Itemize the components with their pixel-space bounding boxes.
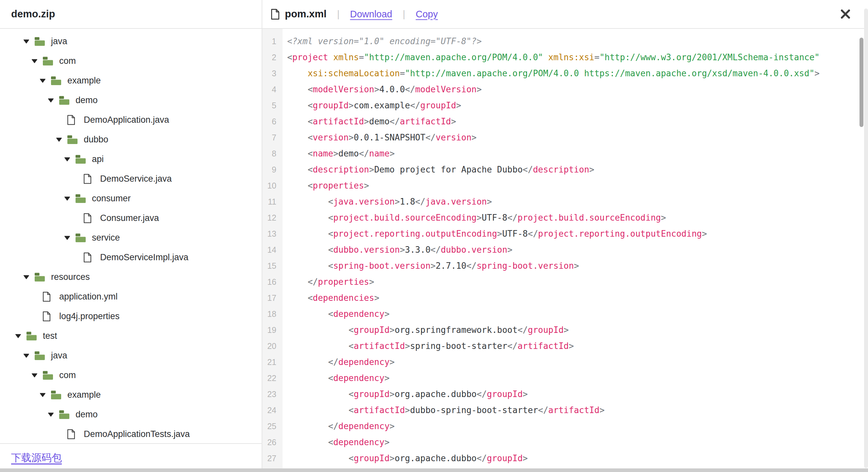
line-number: 15 — [262, 258, 283, 274]
header-divider: | — [403, 8, 405, 20]
line-number-gutter: 1234567891011121314151617181920212223242… — [262, 29, 283, 472]
tree-item-demoapplication-java[interactable]: DemoApplication.java — [0, 110, 261, 129]
folder-icon — [59, 95, 70, 105]
file-icon — [67, 429, 75, 439]
code-line: <groupId>org.apache.dubbo</groupId> — [287, 450, 868, 466]
expand-toggle[interactable] — [31, 373, 42, 377]
tree-item-log4j-properties[interactable]: log4j.properties — [0, 306, 261, 326]
tree-item-java[interactable]: java — [0, 346, 261, 365]
tree-item-consumer[interactable]: consumer — [0, 188, 261, 208]
line-number: 19 — [262, 322, 283, 338]
line-number: 25 — [262, 418, 283, 434]
folder-icon-wrap — [67, 135, 79, 144]
expand-toggle[interactable] — [23, 39, 34, 43]
caret-down-icon — [39, 79, 46, 83]
folder-icon — [26, 331, 37, 341]
code-line: <dependency> — [287, 306, 868, 322]
download-source-link[interactable]: 下载源码包 — [11, 451, 62, 465]
page-vertical-scrollbar[interactable] — [864, 8, 868, 468]
folder-icon-wrap — [51, 76, 62, 85]
tree-item-demoserviceimpl-java[interactable]: DemoServiceImpl.java — [0, 247, 261, 267]
tree-item-com[interactable]: com — [0, 365, 261, 385]
code-line: <dependencies> — [287, 290, 868, 306]
tree-item-consumer-java[interactable]: Consumer.java — [0, 208, 261, 228]
tree-item-com[interactable]: com — [0, 51, 261, 71]
tree-item-api[interactable]: api — [0, 149, 261, 169]
tree-item-example[interactable]: example — [0, 71, 261, 90]
code-line: </dependency> — [287, 418, 868, 434]
expand-toggle[interactable] — [48, 412, 59, 417]
expand-toggle[interactable] — [64, 236, 75, 240]
folder-icon — [51, 390, 61, 400]
line-number: 23 — [262, 386, 283, 402]
line-number: 14 — [262, 242, 283, 258]
tree-item-label: java — [51, 36, 67, 47]
caret-down-icon — [15, 334, 21, 338]
code-line: </properties> — [287, 274, 868, 290]
code-line: xsi:schemaLocation="http://maven.apache.… — [287, 65, 868, 82]
copy-file-link[interactable]: Copy — [416, 9, 438, 20]
tree-item-dubbo[interactable]: dubbo — [0, 129, 261, 149]
line-number: 8 — [262, 146, 283, 162]
tree-item-application-yml[interactable]: application.yml — [0, 287, 261, 306]
tree-item-resources[interactable]: resources — [0, 267, 261, 287]
code-line: <artifactId>dubbo-spring-boot-starter</a… — [287, 402, 868, 418]
folder-icon — [42, 56, 53, 66]
tree-item-label: consumer — [92, 194, 131, 204]
expand-toggle[interactable] — [64, 157, 75, 161]
line-number: 4 — [262, 82, 283, 97]
caret-down-icon — [39, 393, 46, 397]
folder-icon-wrap — [59, 410, 71, 419]
line-number: 3 — [262, 65, 283, 82]
tree-item-service[interactable]: service — [0, 228, 261, 247]
code-line: <groupId>org.springframework.boot</group… — [287, 322, 868, 338]
code-line: <dubbo.version>3.3.0</dubbo.version> — [287, 242, 868, 258]
expand-toggle[interactable] — [56, 138, 67, 142]
caret-down-icon — [31, 373, 38, 377]
tree-item-test[interactable]: test — [0, 326, 261, 346]
tree-item-java[interactable]: java — [0, 31, 261, 51]
tree-item-label: resources — [51, 272, 90, 282]
header-divider: | — [337, 8, 339, 20]
tree-item-label: DemoApplication.java — [84, 115, 169, 125]
horizontal-scrollbar[interactable] — [0, 468, 868, 472]
tree-item-label: demo — [75, 95, 98, 106]
caret-down-icon — [23, 354, 29, 358]
tree-item-example[interactable]: example — [0, 385, 261, 405]
line-number: 13 — [262, 226, 283, 242]
expand-toggle[interactable] — [48, 98, 59, 102]
code-vertical-scrollbar-thumb[interactable] — [860, 38, 863, 127]
file-icon-wrap — [67, 115, 79, 125]
folder-icon — [75, 194, 86, 203]
caret-down-icon — [23, 275, 29, 279]
line-number: 10 — [262, 178, 283, 194]
tree-item-label: test — [43, 331, 57, 341]
line-number: 16 — [262, 274, 283, 290]
tree-item-demo[interactable]: demo — [0, 405, 261, 424]
folder-icon-wrap — [59, 95, 71, 105]
expand-toggle[interactable] — [23, 275, 34, 279]
tree-item-label: application.yml — [59, 292, 118, 302]
expand-toggle[interactable] — [39, 79, 51, 83]
main-area: javacomexampledemoDemoApplication.javadu… — [0, 29, 868, 472]
expand-toggle[interactable] — [15, 334, 26, 338]
tree-item-demo[interactable]: demo — [0, 90, 261, 110]
line-number: 18 — [262, 306, 283, 322]
code-line: <groupId>com.example</groupId> — [287, 97, 868, 114]
tree-item-demoapplicationtests-java[interactable]: DemoApplicationTests.java — [0, 424, 261, 443]
tree-item-demoservice-java[interactable]: DemoService.java — [0, 169, 261, 188]
expand-toggle[interactable] — [39, 393, 51, 397]
caret-down-icon — [64, 236, 70, 240]
tree-item-label: Consumer.java — [100, 213, 159, 223]
expand-toggle[interactable] — [64, 197, 75, 201]
folder-icon — [34, 351, 45, 360]
line-number: 27 — [262, 450, 283, 466]
archive-header: demo.zip — [0, 0, 262, 28]
file-icon-wrap — [42, 311, 54, 321]
close-button[interactable] — [838, 6, 853, 22]
expand-toggle[interactable] — [23, 354, 34, 358]
caret-down-icon — [64, 157, 70, 161]
code-viewer-panel: 1234567891011121314151617181920212223242… — [262, 29, 868, 472]
expand-toggle[interactable] — [31, 59, 42, 63]
download-file-link[interactable]: Download — [350, 9, 392, 20]
